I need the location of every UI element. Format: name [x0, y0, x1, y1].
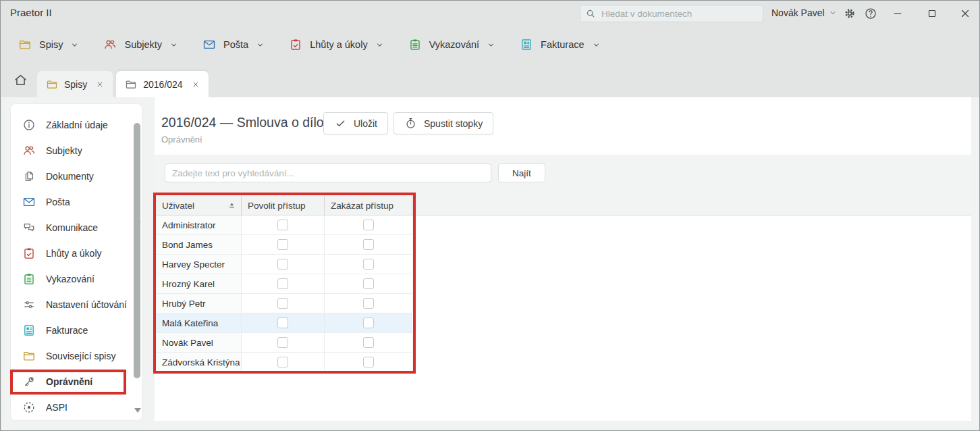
tab-close-icon[interactable] — [96, 80, 104, 88]
checkbox-zakazat-pristup[interactable] — [363, 278, 374, 289]
checkbox-zakazat-pristup[interactable] — [363, 298, 374, 309]
table-row[interactable]: Novák Pavel — [156, 333, 412, 353]
sidebar-item-label: Základní údaje — [46, 120, 108, 130]
tab-2016-024[interactable]: 2016/024 — [116, 71, 208, 97]
close-button[interactable] — [959, 7, 971, 20]
checkbox-zakazat-pristup[interactable] — [363, 220, 374, 230]
sidebar-item-label: Lhůty a úkoly — [46, 248, 102, 259]
sidebar-item-opravneni[interactable]: Oprávnění — [11, 369, 142, 395]
clipboard-check-icon — [22, 247, 36, 260]
checkbox-povolit-pristup[interactable] — [277, 337, 288, 348]
menu-item-label: Spisy — [39, 39, 63, 50]
check-icon — [334, 117, 347, 130]
menu-item-subjekty[interactable]: Subjekty — [103, 38, 178, 51]
menu-item-vykazovani[interactable]: Vykazování — [408, 38, 495, 51]
checkbox-povolit-pristup[interactable] — [277, 220, 288, 230]
scrollbar-down-arrow-icon[interactable] — [134, 408, 141, 413]
checkbox-povolit-pristup[interactable] — [277, 298, 288, 309]
user-name-cell: Novák Pavel — [156, 333, 242, 352]
menu-item-label: Pošta — [223, 39, 248, 50]
minimize-button[interactable] — [892, 7, 904, 20]
table-row[interactable]: Malá Kateřina — [156, 313, 412, 333]
menu-item-label: Subjekty — [124, 39, 162, 50]
envelope-icon — [22, 195, 36, 209]
global-search-input[interactable] — [600, 8, 758, 20]
sidebar-item-subjekty[interactable]: Subjekty — [11, 138, 142, 163]
tabs: Spisy 2016/024 — [37, 71, 209, 97]
save-button[interactable]: Uložit — [323, 112, 388, 134]
menu-item-lhuty[interactable]: Lhůty a úkoly — [289, 38, 383, 51]
table-row[interactable]: Zádvorská Kristýna — [156, 353, 412, 372]
tab-close-icon[interactable] — [192, 80, 200, 88]
table-row[interactable]: Hrubý Petr — [156, 294, 412, 313]
sidebar-item-label: ASPI — [46, 402, 67, 413]
checkbox-povolit-pristup[interactable] — [277, 259, 288, 270]
user-menu[interactable]: Novák Pavel — [771, 7, 837, 18]
checkbox-povolit-pristup[interactable] — [277, 278, 288, 289]
table-column-header[interactable]: Zakázat přístup — [325, 196, 412, 216]
find-button[interactable]: Najít — [498, 163, 545, 182]
menu-item-fakturace[interactable]: Fakturace — [520, 38, 600, 51]
clipboard-list-icon — [408, 38, 422, 51]
sidebar-item-vykazovani[interactable]: Vykazování — [11, 266, 142, 292]
menu-bar: Spisy Subjekty Pošta Lhůty a úkoly Vykaz… — [1, 26, 979, 63]
page-title: 2016/024 — Smlouva o dílo — [161, 115, 324, 130]
sidebar-item-fakturace[interactable]: Fakturace — [11, 318, 142, 343]
checkbox-zakazat-pristup[interactable] — [363, 259, 374, 270]
table-search-input[interactable] — [165, 163, 491, 182]
tab-spisy[interactable]: Spisy — [37, 71, 113, 97]
key-icon — [22, 375, 36, 388]
user-name-cell: Administrator — [156, 216, 242, 234]
checkbox-povolit-pristup[interactable] — [277, 357, 288, 367]
sidebar-item-komunikace[interactable]: Komunikace — [11, 215, 142, 240]
table-row[interactable]: Hrozný Karel — [156, 274, 412, 294]
user-name-cell: Zádvorská Kristýna — [156, 353, 242, 372]
sidebar-item-aspi[interactable]: ASPI — [11, 395, 142, 420]
sidebar-item-dokumenty[interactable]: Dokumenty — [11, 163, 142, 189]
sidebar-item-nastaveni-uctovani[interactable]: Nastavení účtování — [11, 292, 142, 318]
sidebar-item-posta[interactable]: Pošta — [11, 189, 142, 215]
folder-icon — [125, 78, 137, 91]
people-icon — [22, 144, 36, 157]
sidebar: Základní údaje Subjekty Dokumenty Pošta … — [10, 103, 142, 421]
global-search[interactable] — [580, 5, 763, 22]
checkbox-zakazat-pristup[interactable] — [363, 318, 374, 328]
checkbox-povolit-pristup[interactable] — [277, 239, 288, 250]
sidebar-item-label: Pošta — [46, 197, 70, 207]
sidebar-item-souvisejici-spisy[interactable]: Související spisy — [11, 343, 142, 369]
maximize-button[interactable] — [926, 7, 938, 20]
checkbox-zakazat-pristup[interactable] — [363, 357, 374, 367]
app-title: Praetor II — [10, 7, 52, 18]
scrollbar-thumb[interactable] — [134, 123, 140, 378]
home-tab-icon[interactable] — [13, 72, 28, 88]
sidebar-item-label: Subjekty — [46, 145, 82, 156]
sidebar-item-label: Komunikace — [46, 222, 98, 233]
menu-item-posta[interactable]: Pošta — [202, 38, 265, 51]
sidebar-item-label: Oprávnění — [46, 376, 92, 387]
table-column-header[interactable]: Uživatel — [156, 196, 242, 216]
menu-item-label: Fakturace — [541, 39, 584, 50]
stopwatch-icon — [404, 117, 417, 130]
checkbox-povolit-pristup[interactable] — [277, 318, 288, 328]
table-body: Administrator Bond James Harvey Specter … — [156, 216, 412, 372]
documents-icon — [22, 170, 36, 183]
chevron-down-icon — [70, 41, 79, 49]
sidebar-item-label: Vykazování — [46, 274, 94, 284]
folder-icon — [18, 38, 32, 51]
menu-item-label: Vykazování — [429, 39, 479, 50]
table-row[interactable]: Administrator — [156, 216, 412, 235]
chevron-down-icon — [487, 41, 495, 49]
help-icon[interactable] — [864, 7, 877, 20]
sidebar-item-zakladni-udaje[interactable]: Základní údaje — [11, 112, 142, 138]
table-row[interactable]: Harvey Specter — [156, 255, 412, 274]
sidebar-item-lhuty-a-ukoly[interactable]: Lhůty a úkoly — [11, 240, 142, 266]
checkbox-zakazat-pristup[interactable] — [363, 337, 374, 348]
table-column-header[interactable]: Povolit přístup — [242, 196, 325, 216]
user-name: Novák Pavel — [771, 7, 825, 18]
settings-gear-icon[interactable] — [843, 7, 856, 20]
start-stopwatch-button[interactable]: Spustit stopky — [393, 112, 493, 134]
table-row[interactable]: Bond James — [156, 235, 412, 255]
checkbox-zakazat-pristup[interactable] — [363, 239, 374, 250]
menu-item-spisy[interactable]: Spisy — [18, 38, 79, 51]
table-header: Uživatel Povolit přístup Zakázat přístup — [156, 196, 412, 216]
